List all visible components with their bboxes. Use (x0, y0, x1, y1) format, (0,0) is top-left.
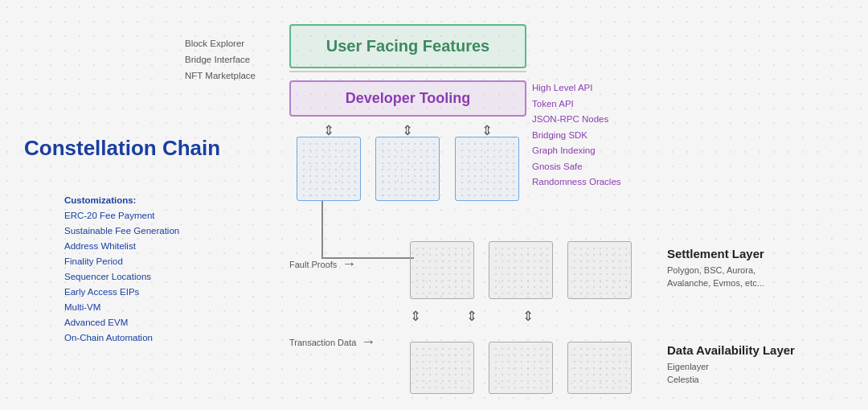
chain-box-1 (297, 137, 361, 201)
fault-proofs-row: Fault Proofs → (289, 256, 356, 273)
left-labels: Block Explorer Bridge Interface NFT Mark… (185, 35, 256, 84)
settlement-layer-title: Settlement Layer (667, 245, 764, 264)
data-availability-boxes (410, 342, 632, 394)
developer-tooling-label: Developer Tooling (346, 90, 471, 107)
settlement-layer-section: Settlement Layer Polygon, BSC, Aurora, A… (667, 245, 764, 290)
fault-proofs-arrow-icon: → (342, 256, 356, 273)
user-facing-features-label: User Facing Features (326, 37, 489, 55)
json-rpc-label: JSON-RPC Nodes (532, 112, 621, 128)
customizations-title: Customizations: (64, 193, 179, 208)
customization-item: Finality Period (64, 254, 179, 269)
customization-item: Sustainable Fee Generation (64, 223, 179, 239)
da-box-3 (567, 342, 632, 394)
mid-updown-arrow-3: ⇕ (522, 308, 534, 325)
fault-proofs-label: Fault Proofs (289, 260, 337, 269)
graph-indexing-label: Graph Indexing (532, 143, 621, 159)
transaction-data-row: Transaction Data → (289, 334, 375, 351)
vertical-line-down (321, 201, 323, 257)
eigenlayer-label: Eigenlayer (667, 360, 795, 374)
gnosis-safe-label: Gnosis Safe (532, 159, 621, 175)
bridging-sdk-label: Bridging SDK (532, 128, 621, 144)
transaction-data-label: Transaction Data (289, 338, 356, 347)
top-chain-boxes (289, 137, 526, 201)
mid-updown-arrow-2: ⇕ (466, 308, 477, 325)
customization-item: Sequencer Locations (64, 269, 179, 285)
separator-line (289, 71, 526, 72)
da-box-1 (410, 342, 474, 394)
token-api-label: Token API (532, 96, 621, 113)
mid-updown-arrow-1: ⇕ (410, 308, 421, 325)
celestia-label: Celestia (667, 373, 795, 387)
bridge-interface-label: Bridge Interface (185, 51, 256, 68)
constellation-chain-title: Constellation Chain (24, 137, 220, 161)
settlement-layer-sub2: Avalanche, Evmos, etc... (667, 277, 764, 290)
transaction-data-arrow-icon: → (361, 334, 375, 351)
settlement-boxes (410, 241, 632, 299)
settlement-box-3 (567, 241, 632, 299)
data-availability-title: Data Availability Layer (667, 342, 795, 360)
chain-box-2 (375, 137, 440, 201)
block-explorer-label: Block Explorer (185, 35, 256, 51)
chain-box-3 (455, 137, 519, 201)
randomness-oracles-label: Randomness Oracles (532, 174, 621, 191)
user-facing-features-box: User Facing Features (289, 24, 526, 68)
nft-marketplace-label: NFT Marketplace (185, 68, 256, 84)
customization-item: Early Access EIPs (64, 285, 179, 300)
settlement-box-1 (410, 241, 474, 299)
customization-item: On-Chain Automation (64, 330, 179, 346)
mid-arrows-row: ⇕ ⇕ ⇕ (410, 308, 534, 325)
da-box-2 (489, 342, 553, 394)
settlement-box-2 (489, 241, 553, 299)
diagram: Constellation Chain Customizations: ERC-… (0, 0, 868, 410)
customization-item: Advanced EVM (64, 315, 179, 330)
data-availability-section: Data Availability Layer Eigenlayer Celes… (667, 342, 795, 387)
developer-tooling-box: Developer Tooling (289, 80, 526, 117)
high-level-api-label: High Level API (532, 80, 621, 96)
customization-item: Address Whitelist (64, 239, 179, 254)
customization-item: ERC-20 Fee Payment (64, 208, 179, 223)
right-labels: High Level API Token API JSON-RPC Nodes … (532, 80, 621, 191)
customizations-section: Customizations: ERC-20 Fee Payment Susta… (64, 193, 179, 346)
settlement-layer-sub1: Polygon, BSC, Aurora, (667, 264, 764, 277)
customization-item: Multi-VM (64, 300, 179, 315)
